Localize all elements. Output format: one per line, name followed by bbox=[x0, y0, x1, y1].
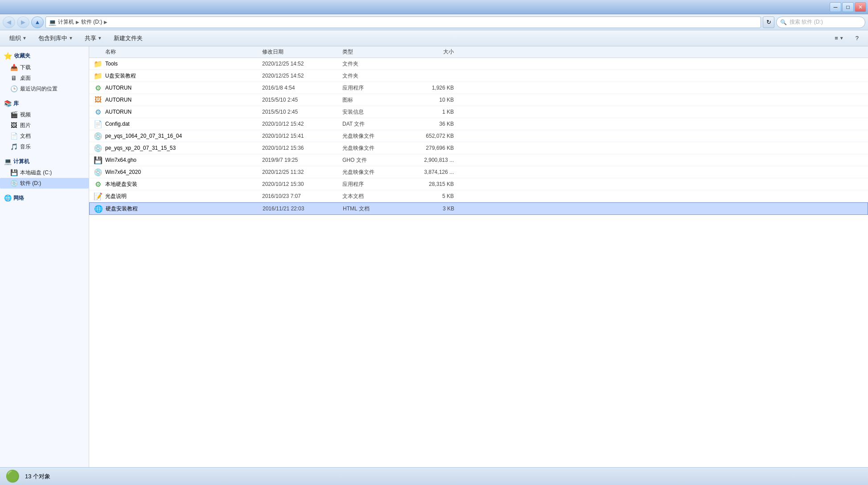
sidebar-item-download[interactable]: 📥 下载 bbox=[0, 62, 89, 73]
network-label: 网络 bbox=[13, 194, 24, 202]
breadcrumb[interactable]: 💻 计算机 ▶ 软件 (D:) ▶ bbox=[45, 16, 761, 28]
file-size-cell: 1 KB bbox=[397, 109, 459, 115]
back-button[interactable]: ◀ bbox=[3, 16, 15, 28]
breadcrumb-computer[interactable]: 计算机 bbox=[58, 18, 74, 26]
sidebar-item-desktop[interactable]: 🖥 桌面 bbox=[0, 73, 89, 83]
file-date-cell: 2016/11/21 22:03 bbox=[259, 206, 339, 212]
view-button[interactable]: ≡ ▼ bbox=[830, 32, 849, 45]
sidebar-section-computer: 💻 计算机 💾 本地磁盘 (C:) 💿 软件 (D:) bbox=[0, 156, 89, 189]
organize-button[interactable]: 组织 ▼ bbox=[4, 32, 32, 45]
search-icon: 🔍 bbox=[780, 19, 787, 25]
doc-icon: 📄 bbox=[10, 132, 18, 140]
table-row[interactable]: 📝 光盘说明 2016/10/23 7:07 文本文档 5 KB bbox=[89, 190, 868, 202]
share-dropdown-icon: ▼ bbox=[98, 36, 102, 41]
table-row[interactable]: 🌐 硬盘安装教程 2016/11/21 22:03 HTML 文档 3 KB bbox=[89, 202, 868, 215]
sidebar-item-image[interactable]: 🖼 图片 bbox=[0, 120, 89, 131]
file-date-cell: 2020/12/25 11:32 bbox=[259, 169, 339, 175]
column-name[interactable]: 名称 bbox=[89, 48, 259, 56]
file-date-cell: 2020/10/12 15:30 bbox=[259, 181, 339, 187]
minimize-button[interactable]: ─ bbox=[830, 2, 841, 12]
sidebar-section-library: 📚 库 🎬 视频 🖼 图片 📄 文档 🎵 音乐 bbox=[0, 98, 89, 152]
favorites-icon: ⭐ bbox=[4, 52, 12, 60]
file-name-text: U盘安装教程 bbox=[105, 72, 136, 80]
address-bar: ◀ ▶ ▲ 💻 计算机 ▶ 软件 (D:) ▶ ↻ 🔍 搜索 软件 (D:) bbox=[0, 14, 868, 30]
video-label: 视频 bbox=[20, 111, 31, 119]
file-name-cell: 📝 光盘说明 bbox=[89, 192, 259, 201]
image-label: 图片 bbox=[20, 122, 31, 129]
file-type-icon: 💿 bbox=[94, 168, 103, 177]
column-size[interactable]: 大小 bbox=[397, 48, 459, 56]
favorites-header[interactable]: ⭐ 收藏夹 bbox=[0, 50, 89, 62]
file-type-cell: DAT 文件 bbox=[339, 120, 397, 128]
sidebar-item-software-d[interactable]: 💿 软件 (D:) bbox=[0, 178, 89, 189]
file-type-icon: ⚙ bbox=[94, 107, 103, 116]
breadcrumb-drive[interactable]: 软件 (D:) bbox=[81, 18, 102, 26]
table-row[interactable]: 💿 Win7x64_2020 2020/12/25 11:32 光盘映像文件 3… bbox=[89, 166, 868, 178]
library-header[interactable]: 📚 库 bbox=[0, 98, 89, 109]
table-row[interactable]: 💿 pe_yqs_1064_20_07_31_16_04 2020/10/12 … bbox=[89, 130, 868, 142]
share-label: 共享 bbox=[85, 34, 96, 42]
file-date-cell: 2020/12/25 14:52 bbox=[259, 73, 339, 79]
maximize-button[interactable]: □ bbox=[842, 2, 854, 12]
file-type-cell: 文件夹 bbox=[339, 72, 397, 80]
file-name-text: Win7x64_2020 bbox=[105, 169, 141, 175]
breadcrumb-sep2: ▶ bbox=[104, 20, 107, 25]
file-size-cell: 36 KB bbox=[397, 121, 459, 127]
file-list: 📁 Tools 2020/12/25 14:52 文件夹 📁 U盘安装教程 20… bbox=[89, 58, 868, 215]
file-name-text: Config.dat bbox=[105, 121, 130, 127]
sidebar-item-recent[interactable]: 🕒 最近访问的位置 bbox=[0, 83, 89, 94]
column-type[interactable]: 类型 bbox=[339, 48, 397, 56]
software-d-label: 软件 (D:) bbox=[20, 180, 41, 187]
table-row[interactable]: ⚙ AUTORUN 2016/1/8 4:54 应用程序 1,926 KB bbox=[89, 82, 868, 94]
up-button[interactable]: ▲ bbox=[31, 16, 44, 28]
file-name-text: 本地硬盘安装 bbox=[105, 181, 137, 188]
table-row[interactable]: 💾 Win7x64.gho 2019/9/7 19:25 GHO 文件 2,90… bbox=[89, 154, 868, 166]
column-date[interactable]: 修改日期 bbox=[259, 48, 339, 56]
computer-label: 计算机 bbox=[13, 158, 29, 165]
table-row[interactable]: 📄 Config.dat 2020/10/12 15:42 DAT 文件 36 … bbox=[89, 118, 868, 130]
file-type-icon: 📁 bbox=[94, 59, 103, 68]
sidebar: ⭐ 收藏夹 📥 下载 🖥 桌面 🕒 最近访问的位置 📚 库 bbox=[0, 46, 89, 467]
sidebar-section-favorites: ⭐ 收藏夹 📥 下载 🖥 桌面 🕒 最近访问的位置 bbox=[0, 50, 89, 94]
close-button[interactable]: ✕ bbox=[855, 2, 866, 12]
table-row[interactable]: 💿 pe_yqs_xp_20_07_31_15_53 2020/10/12 15… bbox=[89, 142, 868, 154]
recent-icon: 🕒 bbox=[10, 85, 18, 93]
search-bar[interactable]: 🔍 搜索 软件 (D:) bbox=[776, 16, 865, 28]
file-type-icon: 📄 bbox=[94, 119, 103, 128]
sidebar-item-video[interactable]: 🎬 视频 bbox=[0, 109, 89, 120]
new-folder-button[interactable]: 新建文件夹 bbox=[109, 32, 148, 45]
main-container: ⭐ 收藏夹 📥 下载 🖥 桌面 🕒 最近访问的位置 📚 库 bbox=[0, 46, 868, 467]
table-row[interactable]: ⚙ AUTORUN 2015/5/10 2:45 安装信息 1 KB bbox=[89, 106, 868, 118]
refresh-button[interactable]: ↻ bbox=[763, 16, 774, 28]
file-type-icon: 📁 bbox=[94, 71, 103, 80]
table-row[interactable]: 📁 Tools 2020/12/25 14:52 文件夹 bbox=[89, 58, 868, 70]
titlebar: ─ □ ✕ bbox=[0, 0, 868, 14]
help-button[interactable]: ? bbox=[851, 32, 864, 45]
file-size-cell: 1,926 KB bbox=[397, 85, 459, 91]
file-date-cell: 2015/5/10 2:45 bbox=[259, 109, 339, 115]
music-label: 音乐 bbox=[20, 143, 31, 151]
network-header[interactable]: 🌐 网络 bbox=[0, 192, 89, 204]
sidebar-item-doc[interactable]: 📄 文档 bbox=[0, 131, 89, 141]
table-row[interactable]: 📁 U盘安装教程 2020/12/25 14:52 文件夹 bbox=[89, 70, 868, 82]
forward-button[interactable]: ▶ bbox=[17, 16, 29, 28]
table-row[interactable]: 🖼 AUTORUN 2015/5/10 2:45 图标 10 KB bbox=[89, 94, 868, 106]
file-name-text: Tools bbox=[105, 61, 118, 67]
table-row[interactable]: ⚙ 本地硬盘安装 2020/10/12 15:30 应用程序 28,315 KB bbox=[89, 178, 868, 190]
doc-label: 文档 bbox=[20, 132, 31, 140]
image-icon: 🖼 bbox=[10, 121, 18, 129]
share-button[interactable]: 共享 ▼ bbox=[80, 32, 107, 45]
computer-header[interactable]: 💻 计算机 bbox=[0, 156, 89, 167]
file-type-icon: ⚙ bbox=[94, 180, 103, 189]
file-type-icon: 💾 bbox=[94, 156, 103, 164]
file-type-icon: 💿 bbox=[94, 132, 103, 140]
archive-dropdown-icon: ▼ bbox=[69, 36, 73, 41]
file-type-cell: 应用程序 bbox=[339, 84, 397, 92]
file-type-cell: 文本文档 bbox=[339, 193, 397, 200]
file-name-cell: 💿 pe_yqs_xp_20_07_31_15_53 bbox=[89, 144, 259, 152]
sidebar-item-music[interactable]: 🎵 音乐 bbox=[0, 141, 89, 152]
file-name-cell: ⚙ AUTORUN bbox=[89, 83, 259, 92]
sidebar-item-local-c[interactable]: 💾 本地磁盘 (C:) bbox=[0, 167, 89, 178]
view-dropdown-icon: ▼ bbox=[839, 36, 844, 41]
archive-button[interactable]: 包含到库中 ▼ bbox=[33, 32, 78, 45]
